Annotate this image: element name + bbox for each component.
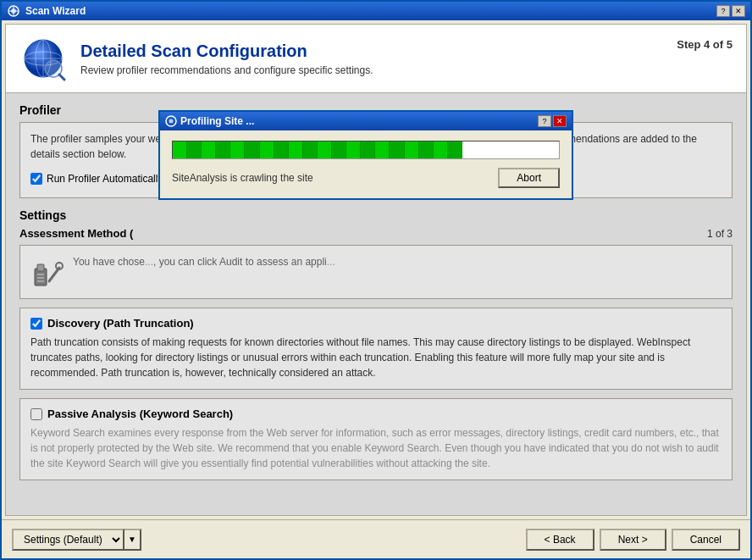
- seg6: [245, 141, 259, 158]
- modal-controls: ? ✕: [538, 115, 567, 127]
- nav-buttons: < Back Next > Cancel: [526, 529, 740, 551]
- window-icon: [7, 4, 20, 18]
- help-button[interactable]: ?: [716, 5, 730, 17]
- modal-status-text: SiteAnalysis is crawling the site: [172, 172, 313, 184]
- window-title: Scan Wizard: [25, 5, 716, 17]
- modal-title-bar: Profiling Site ... ? ✕: [160, 112, 572, 130]
- page-indicator: 1 of 3: [707, 228, 733, 240]
- title-bar: Scan Wizard ? ✕: [2, 2, 750, 20]
- seg18: [419, 141, 434, 158]
- cancel-button[interactable]: Cancel: [672, 529, 740, 551]
- seg8: [274, 141, 289, 158]
- passive-title: Passive Analysis (Keyword Search): [47, 408, 233, 420]
- settings-section-title: Settings: [19, 208, 733, 222]
- seg19: [434, 141, 448, 158]
- progress-bar-container: [172, 141, 560, 159]
- settings-dropdown: Settings (Default) ▼: [12, 529, 141, 551]
- passive-header: Passive Analysis (Keyword Search): [30, 408, 722, 420]
- seg3: [202, 141, 216, 158]
- step-label: Step 4 of 5: [677, 35, 733, 51]
- seg20: [448, 141, 462, 158]
- settings-section: Settings Assessment Method ( 1 of 3: [19, 208, 733, 480]
- seg17: [405, 141, 419, 158]
- run-profiler-checkbox[interactable]: [30, 173, 42, 185]
- seg11: [318, 141, 332, 158]
- modal-help-button[interactable]: ?: [538, 115, 551, 127]
- modal-status-row: SiteAnalysis is crawling the site Abort: [172, 168, 560, 188]
- window-controls: ? ✕: [716, 5, 745, 17]
- discovery-text: Path truncation consists of making reque…: [30, 335, 722, 380]
- profiling-dialog: Profiling Site ... ? ✕: [158, 110, 573, 200]
- seg5: [230, 141, 245, 158]
- seg10: [303, 141, 318, 158]
- page-subtitle: Review profiler recommendations and conf…: [80, 64, 373, 76]
- seg2: [187, 141, 202, 158]
- header-section: Detailed Scan Configuration Review profi…: [6, 25, 746, 93]
- close-button[interactable]: ✕: [732, 5, 745, 17]
- svg-point-19: [169, 119, 174, 124]
- tool-icon: [30, 256, 64, 290]
- main-content: Detailed Scan Configuration Review profi…: [5, 24, 747, 516]
- back-button[interactable]: < Back: [526, 529, 594, 551]
- modal-icon: [165, 115, 177, 127]
- bottom-bar: Settings (Default) ▼ < Back Next > Cance…: [2, 519, 750, 558]
- seg9: [289, 141, 303, 158]
- passive-checkbox[interactable]: [30, 408, 42, 420]
- assessment-box: You have chose..., you can click Audit t…: [19, 245, 733, 299]
- abort-button[interactable]: Abort: [498, 168, 560, 188]
- discovery-header: Discovery (Path Truncation): [30, 317, 722, 330]
- passive-box: Passive Analysis (Keyword Search) Keywor…: [19, 398, 733, 480]
- progress-segments: [173, 141, 462, 158]
- seg15: [375, 141, 390, 158]
- assessment-title: Assessment Method (: [19, 227, 133, 240]
- seg1: [173, 141, 187, 158]
- page-title: Detailed Scan Configuration: [80, 42, 373, 61]
- seg13: [346, 141, 361, 158]
- header-icon: [19, 35, 67, 82]
- discovery-checkbox[interactable]: [30, 318, 42, 330]
- seg4: [216, 141, 230, 158]
- next-button[interactable]: Next >: [600, 529, 666, 551]
- discovery-box: Discovery (Path Truncation) Path truncat…: [19, 308, 733, 390]
- run-profiler-label[interactable]: Run Profiler Automatically: [30, 173, 163, 185]
- scroll-area[interactable]: Profiler The profiler samples your web s…: [6, 93, 746, 515]
- modal-title: Profiling Site ...: [180, 115, 538, 127]
- main-window: Scan Wizard ? ✕: [0, 0, 752, 560]
- passive-text: Keyword Search examines every response f…: [30, 425, 722, 471]
- header-text: Detailed Scan Configuration Review profi…: [80, 42, 373, 76]
- settings-arrow-button[interactable]: ▼: [124, 529, 141, 551]
- modal-close-button[interactable]: ✕: [553, 115, 567, 127]
- seg7: [260, 141, 274, 158]
- seg12: [332, 141, 346, 158]
- settings-select[interactable]: Settings (Default): [12, 529, 124, 551]
- assessment-header: Assessment Method ( 1 of 3: [19, 227, 733, 240]
- discovery-title: Discovery (Path Truncation): [47, 317, 194, 330]
- svg-line-10: [59, 75, 64, 80]
- run-profiler-text: Run Profiler Automatically: [47, 173, 163, 185]
- seg14: [361, 141, 375, 158]
- seg16: [390, 141, 404, 158]
- modal-body: SiteAnalysis is crawling the site Abort: [160, 130, 572, 198]
- svg-rect-12: [37, 264, 44, 271]
- assessment-text: You have chose..., you can click Audit t…: [73, 254, 335, 269]
